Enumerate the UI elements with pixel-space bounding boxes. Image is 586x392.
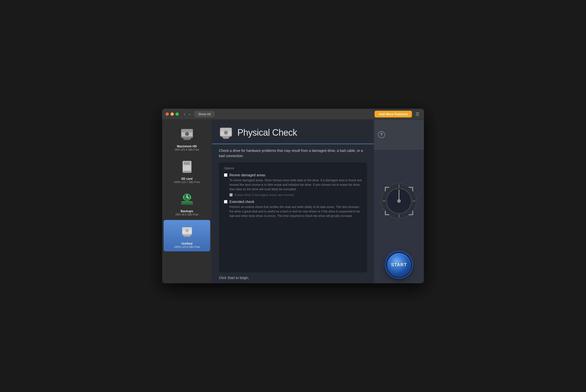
sidebar-item-untitled[interactable]: Untitled 100% (15,9 GB) Free (164, 220, 210, 251)
close-button[interactable] (166, 112, 169, 116)
svg-rect-6 (183, 138, 191, 140)
svg-rect-12 (186, 162, 186, 165)
add-features-button[interactable]: Add More Features (374, 111, 412, 118)
svg-rect-24 (183, 235, 191, 236)
main-panel: Physical Check Check a drive for hardwar… (212, 120, 374, 283)
svg-rect-11 (184, 162, 185, 165)
maximize-button[interactable] (176, 112, 179, 116)
macintosh-hd-name: Macintosh HD (177, 145, 197, 148)
extended-label: Extended check (230, 200, 254, 204)
svg-point-5 (186, 134, 188, 134)
sidebar-item-macintosh-hd[interactable]: Macintosh HD 28% (33,4 GB) Free (164, 123, 210, 154)
question-mark-area: ? (374, 120, 424, 150)
sd-card-info: 100% (15,7 GB) Free (174, 180, 200, 184)
nav-buttons: ‹ › (182, 112, 192, 117)
panel-description: Check a drive for hardware problems that… (212, 144, 374, 162)
erase-if-revived-label: Erase drive if damaged areas are revived (235, 193, 294, 197)
help-button[interactable]: ? (378, 131, 385, 138)
macintosh-hd-icon (178, 126, 196, 143)
forward-button[interactable]: › (188, 112, 192, 117)
extended-checkbox[interactable] (224, 200, 228, 204)
option-extended: Extended check Perform an extend check t… (224, 200, 362, 218)
svg-rect-34 (222, 137, 230, 138)
sidebar-item-backups[interactable]: Backups 28% (8,9 GB) Free (164, 188, 210, 219)
dial-area (379, 150, 419, 252)
svg-rect-13 (187, 162, 188, 165)
svg-point-27 (186, 230, 188, 231)
right-panel: ? (374, 120, 424, 283)
sd-card-name: SD card (181, 177, 192, 180)
erase-if-revived-checkbox[interactable] (230, 193, 233, 196)
back-button[interactable]: ‹ (182, 112, 186, 117)
svg-point-43 (398, 200, 400, 202)
revive-description: To revive damaged areas, Drive Genius mu… (224, 178, 362, 192)
sidebar: Macintosh HD 28% (33,4 GB) Free (162, 120, 212, 283)
titlebar: ‹ › Show All Add More Features ☰ (162, 109, 424, 120)
svg-rect-15 (183, 171, 191, 172)
macintosh-hd-info: 28% (33,4 GB) Free (174, 148, 199, 151)
panel-header: Physical Check (212, 120, 374, 144)
untitled-info: 100% (15,9 GB) Free (174, 245, 200, 248)
sd-card-icon (178, 158, 196, 176)
svg-point-33 (226, 132, 226, 133)
untitled-name: Untitled (181, 242, 192, 245)
bottom-bar: Click Start to begin. (212, 272, 374, 283)
svg-point-20 (186, 197, 188, 198)
option-revive-header: Revive damaged areas (224, 173, 362, 177)
backups-info: 28% (8,9 GB) Free (175, 213, 198, 216)
backups-icon (178, 190, 196, 208)
start-label: START (391, 262, 407, 268)
panel-header-icon (219, 126, 233, 140)
svg-rect-25 (184, 236, 190, 237)
start-button-area: START (386, 252, 412, 283)
content-area: Macintosh HD 28% (33,4 GB) Free (162, 120, 424, 283)
minimize-button[interactable] (170, 112, 174, 116)
start-button[interactable]: START (386, 252, 412, 277)
show-all-button[interactable]: Show All (194, 111, 214, 117)
panel-title: Physical Check (238, 128, 297, 138)
svg-rect-7 (184, 140, 190, 140)
options-panel: Options Revive damaged areas To revive d… (219, 162, 367, 272)
svg-rect-35 (224, 138, 228, 139)
backups-name: Backups (180, 210, 193, 213)
traffic-lights (166, 112, 179, 116)
extended-description: Perform an extend check that verifies th… (224, 205, 362, 218)
dial-svg (379, 181, 419, 221)
sidebar-item-sd-card[interactable]: SD card 100% (15,7 GB) Free (164, 155, 210, 186)
sub-option-erase: Erase drive if damaged areas are revived (224, 193, 362, 197)
menu-icon-button[interactable]: ☰ (414, 110, 420, 118)
click-start-text: Click Start to begin. (219, 276, 249, 280)
app-window: ‹ › Show All Add More Features ☰ (162, 109, 424, 283)
options-label: Options (224, 166, 362, 170)
revive-label: Revive damaged areas (230, 173, 265, 177)
revive-checkbox[interactable] (224, 173, 228, 177)
svg-rect-14 (188, 162, 190, 165)
untitled-icon (178, 223, 196, 240)
option-extended-header: Extended check (224, 200, 362, 204)
option-revive: Revive damaged areas To revive damaged a… (224, 173, 362, 197)
svg-rect-17 (182, 201, 192, 202)
